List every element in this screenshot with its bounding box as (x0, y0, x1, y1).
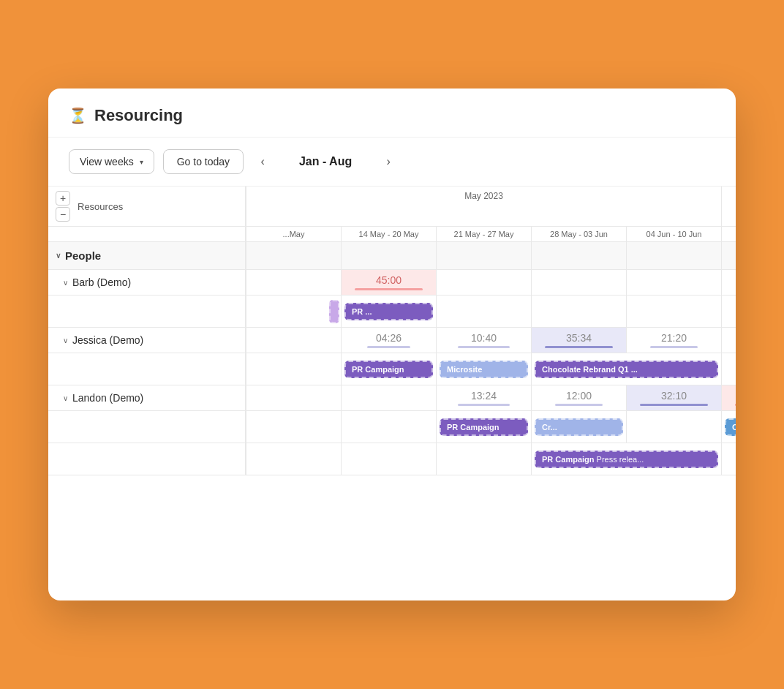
person-landon-name: Landon (Demo) (72, 392, 143, 404)
jessica-task-cell-5 (721, 353, 736, 385)
landon-cr-label: Cr... (542, 423, 557, 432)
jessica-task-cell-3[interactable]: Chocolate Rebrand Q1 ... (531, 353, 721, 385)
jessica-task-cell-1[interactable]: PR Campaign (341, 353, 436, 385)
landon-chocolate-reb-chip[interactable]: Chocolate Reb. (725, 418, 736, 436)
barb-chevron-icon: ∨ (63, 279, 68, 287)
landon-pr-label: PR Campaign (447, 423, 500, 432)
landon-pr-chip[interactable]: PR Campaign (440, 418, 528, 436)
jessica-time-3: 35:34 (566, 332, 592, 344)
week-header-3: 28 May - 03 Jun (531, 227, 626, 242)
person-jessica-name: Jessica (Demo) (72, 334, 143, 346)
person-barb-label[interactable]: ∨ Barb (Demo) (48, 270, 246, 295)
jessica-pr-campaign-chip[interactable]: PR Campaign (344, 361, 433, 378)
jessica-task-label-cell (48, 353, 246, 385)
month-jun-header: Jun (721, 187, 736, 227)
barb-task-cell-5 (721, 295, 736, 328)
nav-next-button[interactable]: › (378, 151, 399, 172)
app-title: Resourcing (94, 106, 183, 125)
resources-label: Resources (78, 201, 123, 212)
jessica-task-cell-0 (246, 353, 341, 385)
landon-task2-cell-0 (246, 443, 341, 475)
section-cell-1 (341, 242, 436, 270)
barb-task-cell-0[interactable] (246, 295, 341, 328)
barb-time-1: 45:00 (376, 274, 402, 286)
landon-cell-2: 13:24 (436, 385, 531, 411)
go-today-button[interactable]: Go to today (163, 149, 244, 174)
zoom-in-button[interactable]: + (56, 191, 70, 206)
week-header-5: 11 Jun - 17 Jun (721, 227, 736, 242)
landon-cell-1 (341, 385, 436, 411)
landon-task1-cell-1 (341, 411, 436, 443)
landon-cell-3: 12:00 (531, 385, 626, 411)
landon-task1-cell-0 (246, 411, 341, 443)
barb-cell-3 (531, 270, 626, 295)
landon-cr-chip[interactable]: Cr... (535, 418, 623, 436)
jessica-cell-2: 10:40 (436, 328, 531, 353)
zoom-out-button[interactable]: − (56, 207, 70, 222)
week-header-0: ...May (246, 227, 341, 242)
section-cell-2 (436, 242, 531, 270)
jessica-time-2: 10:40 (471, 332, 497, 344)
calendar-area: + − Resources May 2023 Jun ...May 14 May… (48, 187, 736, 475)
people-section-label[interactable]: ∨ People (48, 242, 246, 270)
landon-chocolate-reb-label: Chocolate Reb. (732, 423, 736, 432)
barb-cell-5 (721, 270, 736, 295)
section-cell-0 (246, 242, 341, 270)
hourglass-icon: ⏳ (69, 107, 87, 124)
chevron-down-icon: ▾ (140, 158, 143, 166)
barb-task-cell-1[interactable]: PR ... (341, 295, 436, 328)
landon-chevron-icon: ∨ (63, 394, 68, 402)
view-weeks-button[interactable]: View weeks ▾ (69, 149, 154, 174)
jessica-cell-3: 35:34 (531, 328, 626, 353)
section-cell-4 (626, 242, 721, 270)
landon-task2-cell-1 (341, 443, 436, 475)
week-header-1: 14 May - 20 May (341, 227, 436, 242)
resources-header: + − Resources (48, 187, 246, 227)
person-landon-label[interactable]: ∨ Landon (Demo) (48, 385, 246, 411)
zoom-controls: + − (56, 191, 70, 222)
jessica-task-cell-2[interactable]: Microsite (436, 353, 531, 385)
jessica-chocolate-label: Chocolate Rebrand Q1 ... (542, 365, 638, 374)
person-jessica-label[interactable]: ∨ Jessica (Demo) (48, 328, 246, 353)
barb-pr-label: PR ... (352, 307, 372, 316)
section-cell-3 (531, 242, 626, 270)
landon-task1-cell-4 (626, 411, 721, 443)
landon-cell-0 (246, 385, 341, 411)
landon-task1-cell-3[interactable]: Cr... (531, 411, 626, 443)
landon-cell-4: 32:10 (626, 385, 721, 411)
barb-task-cell-4 (626, 295, 721, 328)
landon-task1-cell-5[interactable]: Chocolate Reb. (721, 411, 736, 443)
jessica-cell-1: 04:26 (341, 328, 436, 353)
toolbar: View weeks ▾ Go to today ‹ Jan - Aug › (48, 138, 736, 187)
barb-cell-0 (246, 270, 341, 295)
landon-task2-cell-3[interactable]: PR Campaign Press relea... (531, 443, 721, 475)
jessica-microsite-label: Microsite (447, 365, 482, 374)
jessica-microsite-chip[interactable]: Microsite (440, 361, 528, 378)
date-range-label: Jan - Aug (282, 155, 369, 168)
jessica-chocolate-chip[interactable]: Chocolate Rebrand Q1 ... (535, 361, 718, 378)
jessica-time-1: 04:26 (376, 332, 402, 344)
jessica-pr-label: PR Campaign (352, 365, 404, 374)
landon-task1-cell-2[interactable]: PR Campaign (436, 411, 531, 443)
barb-cell-2 (436, 270, 531, 295)
landon-press-chip[interactable]: PR Campaign Press relea... (535, 451, 718, 468)
barb-pr-chip[interactable]: PR ... (344, 303, 433, 320)
jessica-cell-0 (246, 328, 341, 353)
barb-cell-1: 45:00 (341, 270, 436, 295)
section-cell-5 (721, 242, 736, 270)
landon-time-4: 32:10 (661, 390, 687, 402)
jessica-cell-4: 21:20 (626, 328, 721, 353)
barb-task-label-cell (48, 295, 246, 328)
app-container: ⏳ Resourcing View weeks ▾ Go to today ‹ … (48, 89, 736, 600)
landon-press-bold: PR Campaign (542, 455, 595, 464)
nav-prev-button[interactable]: ‹ (252, 151, 273, 172)
jessica-time-4: 21:20 (661, 332, 687, 344)
view-weeks-label: View weeks (80, 156, 134, 167)
people-chevron-icon: ∨ (56, 252, 61, 260)
landon-time-2: 13:24 (471, 390, 497, 402)
landon-task2-label-cell (48, 443, 246, 475)
barb-task-cell-3 (531, 295, 626, 328)
landon-time-3: 12:00 (566, 390, 592, 402)
jessica-cell-5 (721, 328, 736, 353)
month-may-header: May 2023 (246, 187, 721, 227)
